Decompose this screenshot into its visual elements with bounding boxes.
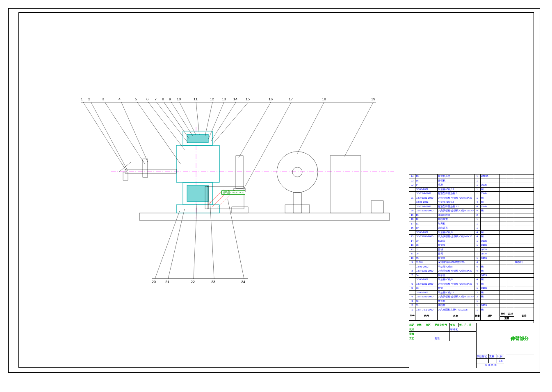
bom-row: GB95-2002平垫圈-C级 84钢 xyxy=(409,278,534,282)
bom-hdr-w2: 总计 xyxy=(507,312,514,317)
bom-row: 6GB/T5781-2000六角头螺栓-全螺纹-C级 M8X304钢 xyxy=(409,282,534,286)
bom-hdr-qty: 数量 xyxy=(474,312,480,321)
bom-row: 503伸臂1Q235 xyxy=(409,286,534,291)
bom-row: GB95-2002平垫圈-C级 122钢 xyxy=(409,290,534,295)
drawing-title: 伸臂部分 xyxy=(511,335,529,342)
svg-line-44 xyxy=(297,102,324,154)
svg-line-29 xyxy=(105,102,145,164)
svg-line-43 xyxy=(244,102,291,188)
svg-rect-22 xyxy=(285,205,310,213)
callout-12: 12 xyxy=(210,97,214,101)
callout-20: 20 xyxy=(152,280,156,284)
callout-2: 2 xyxy=(88,97,90,101)
callout-10: 10 xyxy=(177,97,181,101)
svg-point-19 xyxy=(277,152,318,193)
bom-row: 302举升柱1 xyxy=(409,299,534,304)
tb-mark: 标记 xyxy=(409,323,416,327)
callout-22: 22 xyxy=(191,280,195,284)
bom-table: 2418摇臂机外壳1HT2002316摇臂机12214底座1Q235GB95-2… xyxy=(409,174,534,321)
callout-6: 6 xyxy=(146,97,148,101)
bom-row: GB95-2002平垫圈-C级 124钢 xyxy=(409,200,534,205)
bom-row: 20GB/T5781-2000六角头螺栓-全螺纹-C级 M12X404钢 xyxy=(409,209,534,213)
svg-line-27 xyxy=(83,102,127,172)
svg-rect-4 xyxy=(176,145,219,182)
svg-rect-0 xyxy=(139,213,390,220)
svg-rect-16 xyxy=(236,156,243,188)
callout-4: 4 xyxy=(119,97,121,101)
bom-hdr-n: 序号 xyxy=(409,312,415,321)
bom-hdr-code: 代号 xyxy=(415,312,438,321)
bom-hdr-w1: 单件 xyxy=(500,312,507,317)
bom-hdr-name: 名称 xyxy=(438,312,474,321)
callout-15: 15 xyxy=(246,97,250,101)
bom-row: 2418摇臂机外壳1HT200 xyxy=(409,174,534,179)
svg-line-49 xyxy=(210,201,214,279)
bom-row: 2316摇臂机1 xyxy=(409,179,534,183)
callout-18: 18 xyxy=(322,97,326,101)
bom-hdr-note: 备注 xyxy=(514,312,534,321)
callout-1: 1 xyxy=(81,97,83,101)
svg-rect-23 xyxy=(330,156,361,213)
callout-24: 24 xyxy=(241,280,245,284)
bom-row: 8GB/T5781-2000六角头螺栓-全螺纹-C级 M8X304钢 xyxy=(409,269,534,274)
svg-rect-1 xyxy=(371,201,383,213)
bom-row: 2214底座1Q235 xyxy=(409,183,534,188)
bom-row: 1409轴承盖1Q235 xyxy=(409,239,534,243)
callout-13: 13 xyxy=(222,97,226,101)
bom-row: 1913玻璃纤维筒2 xyxy=(409,213,534,218)
svg-line-46 xyxy=(155,211,180,279)
callout-14: 14 xyxy=(233,97,237,101)
motor-label: 编码器YN60L-2×10 xyxy=(221,190,245,195)
callout-3: 3 xyxy=(102,97,104,101)
callout-7: 7 xyxy=(155,97,157,101)
callout-21: 21 xyxy=(165,280,169,284)
svg-line-47 xyxy=(168,209,185,279)
svg-line-40 xyxy=(211,102,236,141)
bom-row: GB/T 93-1987标准型弹簧垫圈 12465Mn xyxy=(409,204,534,209)
callout-17: 17 xyxy=(289,97,293,101)
callout-9: 9 xyxy=(169,97,171,101)
callout-bottom-underline xyxy=(152,279,248,279)
bom-row: 704轴承盖1Q235 xyxy=(409,273,534,278)
bom-row: GB95-2002平垫圈-C级 84钢 xyxy=(409,230,534,235)
bom-row: 1812挂线装置1 xyxy=(409,218,534,222)
bom-row: 1106套筒1Q235 xyxy=(409,252,534,256)
bom-row: GB/T 93-1987标准型弹簧垫圈 8165Mn xyxy=(409,192,534,196)
svg-line-41 xyxy=(213,102,248,143)
svg-line-50 xyxy=(228,199,244,279)
callout-23: 23 xyxy=(211,280,215,284)
svg-rect-21 xyxy=(293,193,301,213)
svg-line-28 xyxy=(91,102,128,171)
callout-16: 16 xyxy=(269,97,273,101)
callout-top-underline xyxy=(81,102,376,102)
bom-row: 1308摇臂座1Q235 xyxy=(409,243,534,248)
bom-row: 21GB/T5781-2000六角头螺栓-全螺纹-C级 M8X301钢 xyxy=(409,196,534,200)
bom-row: 1GB/T 70.1-2000内六角圆柱头螺钉 M10X351钢 xyxy=(409,308,534,312)
bom-row: 4GB/T5781-2000六角头螺栓-全螺纹-C级 M12X402钢 xyxy=(409,295,534,299)
callout-11: 11 xyxy=(194,97,198,101)
svg-line-34 xyxy=(164,102,189,139)
svg-line-48 xyxy=(194,204,197,279)
bom-row: GB95-2002平垫圈-C级 84钢 xyxy=(409,265,534,269)
callout-5: 5 xyxy=(135,97,137,101)
svg-line-42 xyxy=(239,102,271,158)
svg-point-20 xyxy=(292,167,302,177)
svg-line-36 xyxy=(180,102,196,135)
svg-rect-18 xyxy=(232,207,248,213)
bom-row: 15GB/T5781-2000六角头螺栓-全螺纹-C级 M8X304钢 xyxy=(409,235,534,239)
bom-row: 961840深沟球轴承60000型 200418系列 xyxy=(409,261,534,265)
bom-row: 1711举升柱1 xyxy=(409,222,534,226)
title-block: 标记 处数 分区 更改文件号 签名 年、月、日 设计 标准化 审核 工艺 批准 xyxy=(409,323,534,368)
bom-row: GB95-2002平垫圈-C级 121钢 xyxy=(409,187,534,192)
svg-line-37 xyxy=(196,102,199,135)
bom-row: 1610定向装置1 xyxy=(409,226,534,231)
callout-19: 19 xyxy=(371,97,375,101)
svg-line-31 xyxy=(137,102,180,164)
bom-hdr-weight: 重量 xyxy=(500,316,514,321)
callout-8: 8 xyxy=(162,97,164,101)
bom-row: 1207套轴1Q235 xyxy=(409,247,534,252)
bom-row: 201绕线臂1Q235 xyxy=(409,304,534,308)
svg-line-45 xyxy=(344,102,373,156)
bom-hdr-mat: 材料 xyxy=(480,312,500,321)
bom-row: 1005摇臂盒1Q235 xyxy=(409,256,534,261)
